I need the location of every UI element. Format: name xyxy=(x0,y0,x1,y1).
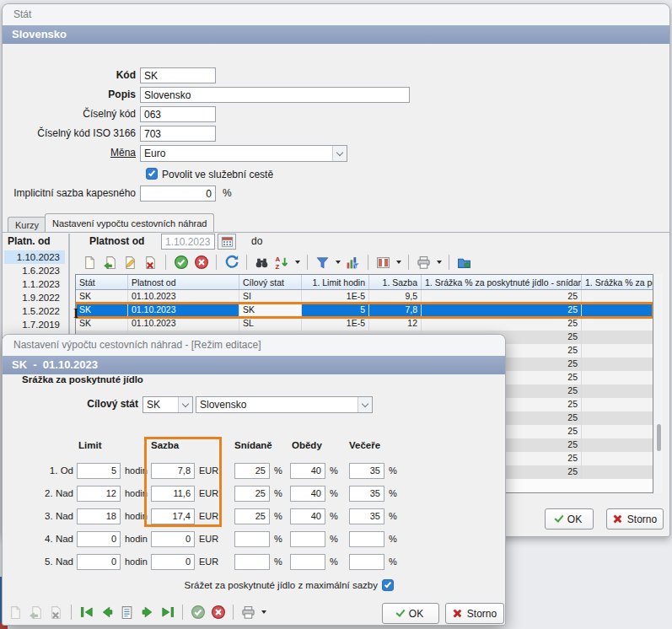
calendar-button[interactable] xyxy=(218,234,236,250)
date-list-item[interactable]: 1.1.2023 xyxy=(4,277,65,291)
kapesne-input[interactable] xyxy=(140,185,216,202)
limit-input[interactable]: 0 xyxy=(77,554,121,570)
scrollbar-thumb[interactable] xyxy=(657,424,661,451)
limit-input[interactable]: 5 xyxy=(77,463,121,479)
sort-az-icon[interactable]: AZ xyxy=(274,255,290,271)
confirm-icon[interactable] xyxy=(190,605,206,621)
print-icon[interactable] xyxy=(240,605,256,621)
mena-label[interactable]: Měna xyxy=(3,145,136,161)
filter-icon[interactable] xyxy=(314,255,331,271)
ciselny-kod-input[interactable] xyxy=(140,106,216,122)
storno-button[interactable]: Storno xyxy=(606,508,664,530)
vecere-input[interactable]: 35 xyxy=(349,486,384,502)
snidane-input[interactable] xyxy=(234,531,270,547)
vecere-input[interactable]: 35 xyxy=(349,508,384,524)
popis-input[interactable] xyxy=(140,87,410,103)
copy-record-icon[interactable] xyxy=(28,605,44,621)
columns-dropdown-arrow-icon[interactable] xyxy=(396,261,401,264)
dialog-ok-button[interactable]: OK xyxy=(382,603,439,624)
confirm-icon[interactable] xyxy=(173,255,189,271)
cancel-icon[interactable] xyxy=(210,605,226,621)
column-header[interactable]: 1. Sazba xyxy=(369,275,422,289)
table-row[interactable]: SK 01.10.2023 SL 1E-5 12 25 xyxy=(76,317,653,331)
povolit-checkbox[interactable] xyxy=(146,168,158,180)
vecere-input[interactable]: 35 xyxy=(349,463,384,479)
window-titlebar[interactable]: Stát xyxy=(3,4,669,25)
columns-icon[interactable] xyxy=(375,255,391,271)
iso-kod-input[interactable] xyxy=(140,126,216,142)
table-row[interactable]: SK 01.10.2023 SK 5 7,8 25 xyxy=(76,304,653,317)
table-scrollbar[interactable] xyxy=(655,274,663,493)
print-dropdown-arrow-icon[interactable] xyxy=(437,261,442,264)
refresh-icon[interactable] xyxy=(223,255,239,271)
print-dropdown-arrow-icon[interactable] xyxy=(261,610,266,614)
nav-last-icon[interactable] xyxy=(159,605,175,621)
export-icon[interactable] xyxy=(456,255,472,271)
find-icon[interactable] xyxy=(254,255,270,271)
filter-graph-icon[interactable] xyxy=(345,255,361,271)
dialog-titlebar[interactable]: Nastavení výpočtu cestovních náhrad - [R… xyxy=(3,335,505,356)
column-header[interactable]: Platnost od xyxy=(128,275,239,289)
platnost-od-input[interactable] xyxy=(161,234,215,250)
dialog-storno-button[interactable]: Storno xyxy=(445,603,504,624)
cilovy-stat-code-combo[interactable]: SK xyxy=(142,396,193,413)
max-rate-checkbox[interactable] xyxy=(382,579,394,591)
nav-prev-icon[interactable] xyxy=(99,605,115,621)
date-list-item[interactable]: 1.9.2022 xyxy=(4,291,65,304)
copy-record-icon[interactable] xyxy=(102,255,118,271)
snidane-input[interactable] xyxy=(234,554,270,570)
kod-input[interactable] xyxy=(140,67,216,83)
obedy-input[interactable]: 40 xyxy=(290,508,325,524)
tab-kurzy[interactable]: Kurzy xyxy=(8,217,46,232)
cilovy-code-dropdown-button[interactable] xyxy=(178,397,192,412)
column-header[interactable]: Cílový stat xyxy=(239,275,302,289)
tab-nastaveni-nahrad[interactable]: Nastavení vypočtu cestovních náhrad xyxy=(45,213,214,232)
date-list-item[interactable]: 1.10.2023 xyxy=(4,250,65,264)
new-record-icon[interactable] xyxy=(82,255,98,271)
ok-button[interactable]: OK xyxy=(545,508,594,530)
nav-first-icon[interactable] xyxy=(78,605,94,621)
filter-dropdown-arrow-icon[interactable] xyxy=(336,261,341,264)
obedy-input[interactable]: 40 xyxy=(290,463,325,479)
cancel-icon[interactable] xyxy=(193,255,209,271)
table-toolbar: AZ xyxy=(82,252,472,272)
rate-row: 2. Nad 12 hodin 11,6 EUR 25 % 40 % 35 % xyxy=(3,486,505,502)
sazba-highlight-box xyxy=(144,437,222,527)
date-list-item[interactable]: 1.5.2022 xyxy=(4,304,65,318)
column-header[interactable]: 1. Srážka % za pos xyxy=(582,275,653,289)
obedy-input[interactable] xyxy=(290,531,325,547)
vecere-input[interactable] xyxy=(349,531,384,547)
column-header[interactable]: Stát xyxy=(76,275,128,289)
new-record-icon[interactable] xyxy=(8,605,24,621)
sazba-input[interactable]: 0 xyxy=(151,531,195,547)
snidane-input[interactable]: 25 xyxy=(234,508,270,524)
limit-input[interactable]: 18 xyxy=(77,508,121,524)
record-list-icon[interactable] xyxy=(119,605,135,621)
snidane-input[interactable]: 25 xyxy=(234,486,270,502)
column-header[interactable]: 1. Srážka % za poskytnuté jídlo - snídan… xyxy=(422,275,582,289)
obedy-input[interactable] xyxy=(290,554,325,570)
nav-next-icon[interactable] xyxy=(139,605,155,621)
rate-row-label: 5. Nad xyxy=(3,554,73,570)
print-icon[interactable] xyxy=(416,255,432,271)
delete-record-icon[interactable] xyxy=(142,255,159,271)
delete-record-icon[interactable] xyxy=(48,605,64,621)
obedy-input[interactable]: 40 xyxy=(290,486,325,502)
percent-unit: % xyxy=(274,531,282,547)
column-header[interactable]: 1. Limit hodin xyxy=(302,275,369,289)
vecere-input[interactable] xyxy=(349,554,384,570)
limit-input[interactable]: 0 xyxy=(77,531,121,547)
limit-column-header: Limit xyxy=(78,440,101,450)
snidane-input[interactable]: 25 xyxy=(234,463,270,479)
mena-dropdown-button[interactable] xyxy=(332,146,347,161)
limit-input[interactable]: 12 xyxy=(77,486,121,502)
edit-record-icon[interactable] xyxy=(122,255,138,271)
date-list-item[interactable]: 1.6.2023 xyxy=(4,264,65,277)
cilovy-stat-name-combo[interactable]: Slovensko xyxy=(196,396,373,413)
sazba-input[interactable]: 0 xyxy=(151,554,195,570)
cilovy-name-dropdown-button[interactable] xyxy=(358,397,372,412)
sort-dropdown-arrow-icon[interactable] xyxy=(295,261,300,264)
table-row[interactable]: SK 01.10.2023 SI 1E-5 9,5 25 xyxy=(76,290,653,304)
mena-combo[interactable]: Euro xyxy=(140,145,347,162)
date-list-item[interactable]: 1.7.2019 xyxy=(4,318,65,331)
